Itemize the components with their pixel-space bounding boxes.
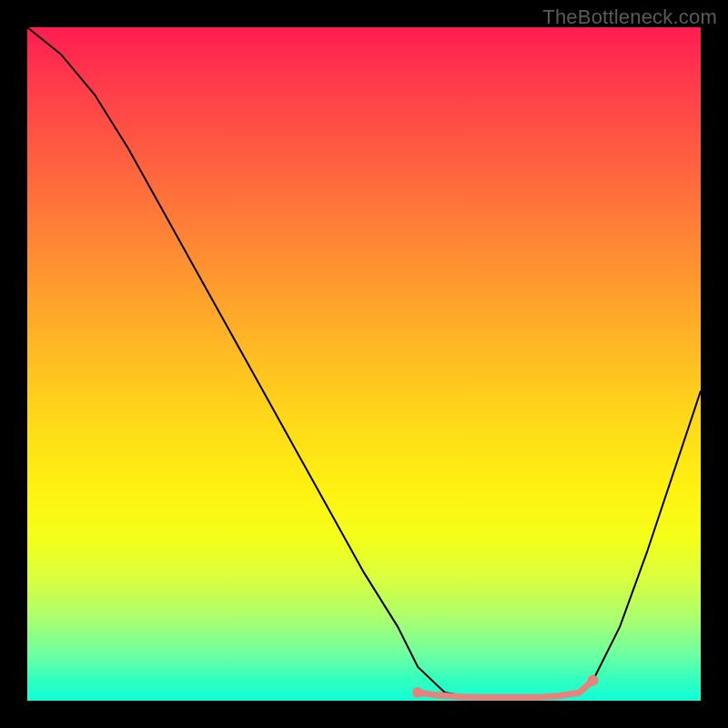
bottleneck-curve (27, 27, 701, 697)
flat-region-markers (412, 675, 598, 698)
chart-svg (27, 27, 701, 701)
marker-dot (588, 675, 599, 686)
marker-dot (412, 687, 423, 698)
chart-frame: TheBottleneck.com (0, 0, 728, 728)
flat-region-segment (418, 681, 592, 698)
watermark-text: TheBottleneck.com (542, 5, 717, 29)
plot-area (27, 27, 701, 701)
